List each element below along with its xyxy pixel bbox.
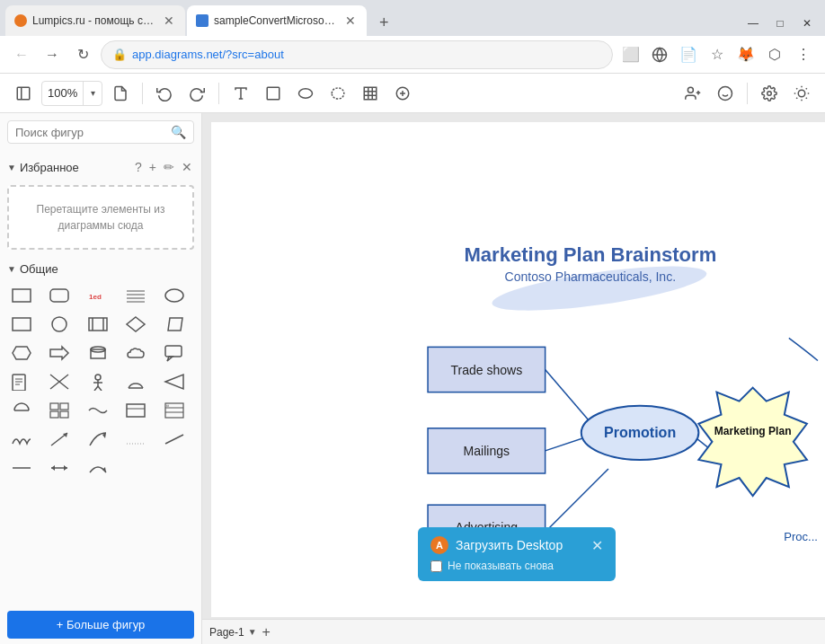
shape-rect[interactable] bbox=[7, 283, 36, 308]
toast-checkbox-row[interactable]: Не показывать снова bbox=[430, 560, 603, 572]
ellipse-tool-button[interactable] bbox=[291, 79, 320, 108]
zoom-control[interactable]: 100% ▾ bbox=[41, 81, 102, 106]
canvas-area[interactable]: Marketing Plan Brainstorm Contoso Pharma… bbox=[202, 113, 825, 644]
save-page-icon[interactable]: 📄 bbox=[676, 42, 701, 67]
svg-point-40 bbox=[52, 317, 67, 331]
shape-arrow-diag[interactable] bbox=[45, 427, 74, 452]
shape-diamond[interactable] bbox=[121, 312, 150, 337]
zoom-dropdown-arrow[interactable]: ▾ bbox=[84, 82, 102, 105]
search-input[interactable] bbox=[15, 126, 167, 139]
add-page-button[interactable]: + bbox=[262, 624, 271, 640]
shape-cross[interactable] bbox=[45, 369, 74, 394]
shape-line-dots[interactable] bbox=[121, 427, 150, 452]
marketing-plan-node[interactable] bbox=[698, 388, 807, 497]
shape-rect3[interactable] bbox=[121, 398, 150, 423]
process-label: Proc... bbox=[784, 530, 818, 543]
smiley-icon[interactable] bbox=[711, 79, 740, 108]
lock-icon: 🔒 bbox=[112, 48, 127, 61]
settings-button[interactable] bbox=[755, 79, 784, 108]
favorites-help-icon[interactable]: ? bbox=[133, 158, 144, 176]
favorites-add-icon[interactable]: + bbox=[147, 158, 158, 176]
freeform-tool-button[interactable] bbox=[324, 79, 352, 108]
table-tool-button[interactable] bbox=[356, 79, 385, 108]
insert-button[interactable] bbox=[388, 79, 417, 108]
svg-line-29 bbox=[796, 97, 797, 98]
search-box[interactable]: 🔍 bbox=[7, 120, 194, 144]
page-arrow: ▼ bbox=[248, 627, 257, 637]
tab-bar: Lumpics.ru - помощь с компьютером... ✕ s… bbox=[0, 0, 825, 36]
undo-button[interactable] bbox=[150, 79, 179, 108]
shape-arrow-both[interactable] bbox=[45, 455, 74, 481]
svg-line-89 bbox=[546, 469, 608, 532]
share-icon[interactable]: ⬡ bbox=[762, 42, 787, 67]
more-icon[interactable]: ⋮ bbox=[791, 42, 816, 67]
shape-parallelogram[interactable] bbox=[160, 312, 189, 337]
shape-arrow-right[interactable] bbox=[45, 340, 74, 366]
tab-lumpics[interactable]: Lumpics.ru - помощь с компьютером... ✕ bbox=[5, 5, 185, 36]
shape-table2[interactable]: tit bbox=[160, 398, 189, 423]
favorites-drop-zone: Перетащите элементы из диаграммы сюда bbox=[7, 185, 194, 250]
general-header[interactable]: ▼ Общие bbox=[0, 259, 201, 279]
new-tab-button[interactable]: + bbox=[372, 10, 396, 36]
shape-person[interactable] bbox=[84, 369, 112, 394]
shape-lines[interactable] bbox=[121, 283, 150, 308]
more-shapes-button[interactable]: + Больше фигур bbox=[7, 611, 194, 639]
favorites-title: Избранное bbox=[20, 161, 79, 174]
svg-marker-83 bbox=[51, 465, 55, 471]
shape-zigzag[interactable] bbox=[7, 427, 36, 452]
shape-line-plain2[interactable] bbox=[7, 455, 36, 481]
maximize-button[interactable]: □ bbox=[767, 11, 793, 36]
shape-half-circle[interactable] bbox=[7, 398, 36, 423]
text-tool-button[interactable] bbox=[226, 79, 255, 108]
svg-text:1ed: 1ed bbox=[89, 293, 102, 301]
shape-wave[interactable] bbox=[84, 398, 112, 423]
address-text: app.diagrams.net/?src=about bbox=[132, 48, 601, 61]
page-selector[interactable]: Page-1 ▼ bbox=[209, 626, 257, 639]
screenshot-icon[interactable]: ⬜ bbox=[618, 42, 643, 67]
shape-arrow-curve2[interactable] bbox=[84, 455, 112, 481]
shape-semi[interactable] bbox=[121, 369, 150, 394]
svg-marker-64 bbox=[165, 375, 183, 389]
shape-square-group[interactable] bbox=[45, 398, 74, 423]
svg-marker-84 bbox=[64, 465, 67, 471]
back-button[interactable]: ← bbox=[9, 42, 34, 67]
shape-cylinder[interactable] bbox=[84, 340, 112, 366]
profile-icon[interactable]: 🦊 bbox=[733, 42, 758, 67]
shape-triangle-left[interactable] bbox=[160, 369, 189, 394]
shape-rounded-rect[interactable] bbox=[45, 283, 74, 308]
favorites-close-icon[interactable]: ✕ bbox=[180, 158, 194, 176]
favorites-header[interactable]: ▼ Избранное ? + ✏ ✕ bbox=[0, 154, 201, 180]
redo-button[interactable] bbox=[182, 79, 211, 108]
toast-close-button[interactable]: ✕ bbox=[591, 537, 603, 554]
refresh-button[interactable]: ↻ bbox=[70, 42, 95, 67]
shape-hexagon[interactable] bbox=[7, 340, 36, 366]
shape-tool-button[interactable] bbox=[259, 79, 288, 108]
shape-process[interactable] bbox=[84, 312, 112, 337]
sun-icon[interactable] bbox=[787, 79, 816, 108]
shape-rect2[interactable] bbox=[7, 312, 36, 337]
favorites-drop-hint: Перетащите элементы из диаграммы сюда bbox=[37, 203, 165, 232]
shape-text-sample[interactable]: 1ed bbox=[84, 283, 112, 308]
favorites-icon[interactable]: ☆ bbox=[705, 42, 730, 67]
shape-cloud[interactable] bbox=[121, 340, 150, 366]
toast-checkbox[interactable] bbox=[430, 560, 442, 572]
close-button[interactable]: ✕ bbox=[794, 11, 820, 36]
mailings-label: Mailings bbox=[464, 444, 510, 458]
shape-ellipse[interactable] bbox=[160, 283, 189, 308]
shape-line-plain[interactable] bbox=[160, 427, 189, 452]
shape-arrow-curve[interactable] bbox=[84, 427, 112, 452]
new-file-button[interactable] bbox=[106, 79, 135, 108]
add-user-button[interactable] bbox=[679, 79, 707, 108]
favorites-edit-icon[interactable]: ✏ bbox=[162, 158, 176, 176]
shape-doc[interactable] bbox=[7, 369, 36, 394]
sidebar-toggle-button[interactable] bbox=[9, 79, 38, 108]
translate-icon[interactable] bbox=[647, 42, 672, 67]
forward-button[interactable]: → bbox=[40, 42, 65, 67]
tab-diagrams[interactable]: sampleConvertMicrosoftVisioD... ✕ bbox=[187, 5, 367, 36]
tab-close-lumpics[interactable]: ✕ bbox=[162, 13, 176, 28]
shape-circle[interactable] bbox=[45, 312, 74, 337]
shape-callout[interactable] bbox=[160, 340, 189, 366]
tab-close-diagrams[interactable]: ✕ bbox=[343, 13, 358, 28]
address-bar[interactable]: 🔒 app.diagrams.net/?src=about bbox=[101, 40, 613, 69]
minimize-button[interactable]: — bbox=[741, 11, 766, 36]
